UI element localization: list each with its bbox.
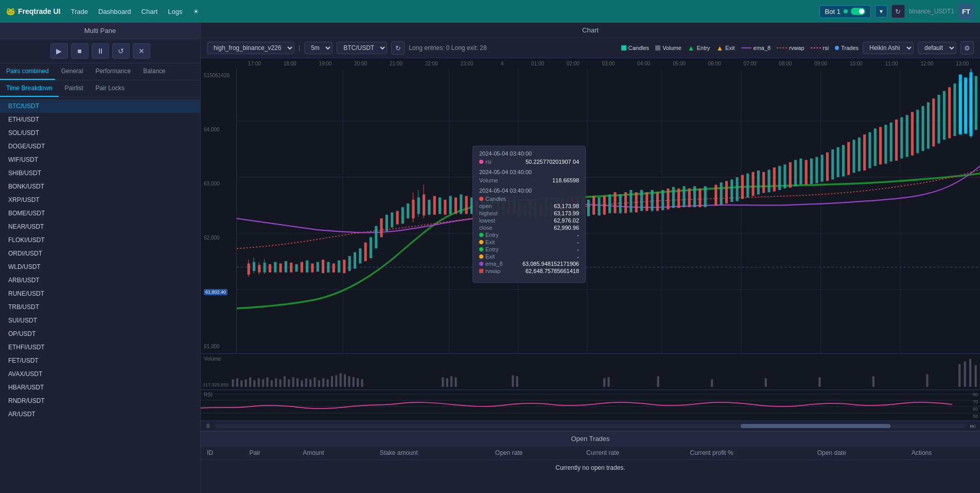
svg-rect-39 <box>364 243 367 261</box>
topnav-refresh-btn[interactable]: ↻ <box>891 5 905 18</box>
tooltip-volume-value: 118.66598 <box>552 177 579 183</box>
pair-item[interactable]: WLD/USDT <box>0 260 200 274</box>
svg-rect-23 <box>279 263 282 272</box>
tab-performance[interactable]: Performance <box>89 63 137 80</box>
pair-item[interactable]: FLOKI/USDT <box>0 233 200 247</box>
tab-pairs-combined[interactable]: Pairs combined <box>0 63 55 80</box>
svg-rect-117 <box>767 169 770 192</box>
chart-type-select[interactable]: Heikin Ashi <box>863 42 914 54</box>
x-label-7: 4 <box>484 61 520 66</box>
tooltip-lowest-row: lowest 62,976.02 <box>479 217 579 224</box>
pair-item[interactable]: SUI/USDT <box>0 314 200 327</box>
tab-time-breakdown[interactable]: Time Breakdown <box>0 80 59 97</box>
chart-container: Chart high_frog_binance_v226 | 5m BTC/US… <box>201 23 980 431</box>
y-label-3: 62,000 <box>204 235 233 241</box>
tab-pairlist[interactable]: Pairlist <box>59 80 90 97</box>
pair-item[interactable]: ETH/USDT <box>0 113 200 126</box>
svg-rect-58 <box>449 196 452 214</box>
pair-item[interactable]: BONK/USDT <box>0 180 200 193</box>
pause-btn[interactable]: ⏸ <box>92 43 109 59</box>
stop-btn[interactable]: ■ <box>71 43 89 59</box>
svg-rect-165 <box>249 377 251 387</box>
theme-toggle[interactable]: ☀ <box>193 8 199 15</box>
svg-rect-109 <box>725 181 728 203</box>
svg-rect-138 <box>879 127 882 165</box>
nav-trade[interactable]: Trade <box>71 8 87 15</box>
pair-item[interactable]: FET/USDT <box>0 354 200 367</box>
pair-item[interactable]: NEAR/USDT <box>0 220 200 233</box>
scroll-pause-btn[interactable]: ⏸ <box>205 422 211 430</box>
exit2-dot <box>479 254 483 259</box>
svg-rect-149 <box>937 95 940 144</box>
x-label-0: 17:00 <box>237 61 272 66</box>
close-pane-btn[interactable]: ✕ <box>133 43 150 59</box>
svg-rect-31 <box>322 260 324 273</box>
tab-balance[interactable]: Balance <box>137 63 171 80</box>
x-label-20: 13:00 <box>944 61 980 66</box>
svg-rect-169 <box>266 377 268 387</box>
pair-item[interactable]: HBAR/USDT <box>0 381 200 394</box>
x-label-9: 02:00 <box>555 61 591 66</box>
pair-item[interactable]: ORDI/USDT <box>0 247 200 260</box>
tab-pair-locks[interactable]: Pair Locks <box>90 80 131 97</box>
pair-item[interactable]: TRB/USDT <box>0 300 200 314</box>
nav-dashboard[interactable]: Dashboard <box>98 8 131 15</box>
reload-btn[interactable]: ↺ <box>112 43 130 59</box>
scrollbar-thumb[interactable] <box>741 424 891 428</box>
bot-selector[interactable]: Bot 1 <box>819 5 871 18</box>
pair-select[interactable]: BTC/USDT <box>337 42 387 54</box>
x-label-14: 07:00 <box>732 61 768 66</box>
svg-rect-56 <box>439 197 441 214</box>
pair-item[interactable]: SHIB/USDT <box>0 166 200 180</box>
bot-dropdown-btn[interactable]: ▾ <box>875 5 887 18</box>
chart-style-select[interactable]: default <box>918 42 956 54</box>
pair-item[interactable]: AVAX/USDT <box>0 367 200 381</box>
pair-item[interactable]: ARB/USDT <box>0 274 200 287</box>
tooltip-rvwap-label: rvwap <box>479 268 500 274</box>
pair-item[interactable]: WIF/USDT <box>0 153 200 166</box>
pair-item[interactable]: ETHFI/USDT <box>0 341 200 354</box>
app-logo[interactable]: 🐸 Freqtrade UI <box>6 7 60 15</box>
scrollbar-track[interactable] <box>215 424 966 428</box>
svg-rect-106 <box>704 186 707 207</box>
svg-rect-92 <box>629 190 632 213</box>
sidebar-toolbar: ▶ ■ ⏸ ↺ ✕ <box>0 39 200 63</box>
chart-refresh-btn[interactable]: ↻ <box>391 41 405 55</box>
tooltip-exit2-row: Exit - <box>479 253 579 260</box>
svg-rect-30 <box>317 262 319 271</box>
svg-rect-187 <box>344 374 346 387</box>
pair-item[interactable]: RNDR/USDT <box>0 394 200 407</box>
pair-item[interactable]: RUNE/USDT <box>0 287 200 300</box>
svg-rect-121 <box>789 162 792 188</box>
tooltip-exit2-value: - <box>577 253 579 260</box>
play-btn[interactable]: ▶ <box>50 43 68 59</box>
svg-rect-110 <box>730 179 733 202</box>
pair-item[interactable]: BOME/USDT <box>0 207 200 220</box>
bot-toggle[interactable] <box>851 8 865 15</box>
user-avatar[interactable]: FT <box>958 4 974 19</box>
main-layout: Multi Pane ▶ ■ ⏸ ↺ ✕ Pairs combined Gene… <box>0 23 980 493</box>
strategy-select[interactable]: high_frog_binance_v226 <box>207 42 294 54</box>
chart-settings-btn[interactable]: ⚙ <box>960 41 974 55</box>
svg-rect-139 <box>884 125 887 164</box>
interval-select[interactable]: 5m <box>304 42 332 54</box>
y-label-1: 64,000 <box>204 127 233 132</box>
pair-item[interactable]: XRP/USDT <box>0 193 200 207</box>
pair-item[interactable]: SOL/USDT <box>0 126 200 140</box>
svg-rect-128 <box>826 152 829 181</box>
nav-logs[interactable]: Logs <box>168 8 182 15</box>
chart-plot-area[interactable]: 2024-05-04 03:40:00 rsi 50.225770201907 … <box>237 69 980 353</box>
svg-rect-42 <box>380 218 382 237</box>
svg-rect-201 <box>711 379 713 387</box>
x-label-13: 06:00 <box>697 61 732 66</box>
nav-chart[interactable]: Chart <box>142 8 158 15</box>
col-amount: Amount <box>296 446 374 460</box>
tab-general[interactable]: General <box>55 63 90 80</box>
pair-item[interactable]: OP/USDT <box>0 327 200 341</box>
pair-item[interactable]: DOGE/USDT <box>0 140 200 153</box>
scroll-end-btn[interactable]: ⏭ <box>970 422 976 430</box>
tooltip-lowest-label: lowest <box>479 217 495 224</box>
pair-item[interactable]: AR/USDT <box>0 407 200 421</box>
tooltip-rsi-label: rsi <box>479 159 492 165</box>
pair-item[interactable]: BTC/USDT <box>0 99 200 113</box>
